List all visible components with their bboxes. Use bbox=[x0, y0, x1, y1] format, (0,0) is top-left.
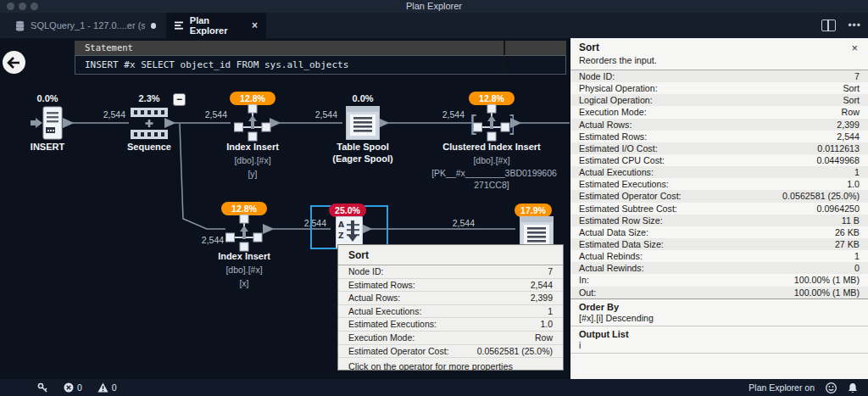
property-label: Estimated Operator Cost: bbox=[348, 345, 448, 358]
tab-sqlquery[interactable]: SQLQuery_1 - 127.0....er (sa) bbox=[7, 13, 164, 38]
node-object-name: [dbo].[#x] bbox=[202, 265, 287, 275]
property-label: Estimated Rows: bbox=[579, 131, 647, 142]
property-value: 100.00% (1 MB) bbox=[794, 287, 860, 298]
node-cost-badge: 17.9% bbox=[515, 204, 552, 217]
node-index-name-line1: [PK__#x________3BD0199606 bbox=[420, 168, 569, 178]
order-by-value: [#x].[i] Descending bbox=[570, 313, 868, 326]
node-index-name-line2: 271CC8] bbox=[420, 180, 564, 190]
property-row: Estimated Executions:1.0 bbox=[570, 178, 868, 190]
split-editor-icon[interactable] bbox=[821, 20, 836, 31]
edge-rowcount: 2,544 bbox=[427, 109, 465, 120]
property-value: 27 KB bbox=[835, 238, 860, 250]
clustered-index-insert-operator-icon[interactable]: [ ] bbox=[470, 104, 514, 142]
property-label: Estimated Executions: bbox=[348, 318, 437, 331]
tab-plan-explorer[interactable]: Plan Explorer × bbox=[166, 13, 266, 38]
property-row: Node ID:7 bbox=[570, 70, 868, 82]
status-bar: 0 0 Plan Explorer on bbox=[0, 379, 868, 396]
property-value: 1.0 bbox=[540, 318, 553, 331]
panel-title: Sort bbox=[570, 38, 868, 53]
property-value: 2,399 bbox=[837, 119, 860, 131]
property-row: Node ID:7 bbox=[338, 265, 563, 279]
notifications-bell-icon[interactable] bbox=[848, 382, 858, 393]
insert-operator-icon[interactable] bbox=[31, 106, 63, 140]
sequence-operator-icon[interactable] bbox=[131, 108, 168, 139]
property-value: 0.0112613 bbox=[817, 142, 860, 154]
operator-tooltip: Sort Node ID:7Estimated Rows:2,544Actual… bbox=[337, 244, 564, 371]
property-row: Estimated I/O Cost:0.0112613 bbox=[570, 142, 868, 154]
statement-grid-header: Statement bbox=[75, 41, 566, 55]
statement-row[interactable]: INSERT #x SELECT object_id FROM sys.all_… bbox=[75, 55, 566, 75]
property-value: 100.00% (1 MB) bbox=[794, 274, 860, 286]
key-icon[interactable] bbox=[37, 382, 48, 393]
edge-rowcount: 2,544 bbox=[190, 109, 227, 120]
property-label: Node ID: bbox=[348, 265, 383, 278]
index-insert-operator-icon[interactable] bbox=[225, 215, 263, 252]
property-row: Estimated Data Size:27 KB bbox=[570, 238, 868, 250]
plan-explorer-status[interactable]: Plan Explorer on bbox=[748, 382, 815, 393]
property-label: Out: bbox=[579, 287, 596, 298]
property-row: Estimated Row Size:11 B bbox=[570, 215, 868, 226]
panel-subtitle: Reorders the input. bbox=[570, 53, 868, 70]
collapse-branch-button[interactable]: − bbox=[173, 93, 186, 106]
warning-icon bbox=[97, 382, 108, 393]
edge-rowcount: 2,544 bbox=[437, 218, 475, 228]
node-label-insert: INSERT bbox=[5, 141, 90, 153]
node-label-clustered-index-insert: Clustered Index Insert bbox=[420, 141, 564, 153]
feedback-smiley-icon[interactable] bbox=[826, 382, 837, 393]
property-row: Execution Mode:Row bbox=[338, 332, 563, 345]
close-tab-icon[interactable]: × bbox=[252, 20, 258, 31]
node-object-name: [dbo].[#x] bbox=[420, 155, 564, 165]
close-panel-icon[interactable]: × bbox=[851, 42, 858, 54]
property-value: 26 KB bbox=[835, 226, 860, 238]
node-label-index-insert: Index Insert bbox=[202, 250, 287, 262]
property-label: Actual Rewinds: bbox=[579, 262, 644, 274]
node-cost-badge: 12.8% bbox=[221, 202, 267, 215]
property-value: 0.0964250 bbox=[816, 203, 860, 215]
property-row: Estimated Rows:2,544 bbox=[570, 131, 868, 142]
node-index-name: [y] bbox=[210, 169, 295, 179]
node-cost-percent: 2.3% bbox=[124, 93, 175, 103]
tab-bar: SQLQuery_1 - 127.0....er (sa) Plan Explo… bbox=[0, 13, 868, 38]
property-value: 7 bbox=[854, 70, 860, 82]
property-label: Logical Operation: bbox=[579, 94, 653, 106]
back-button[interactable] bbox=[3, 51, 25, 74]
property-value: Sort bbox=[843, 94, 860, 106]
property-label: Execution Mode: bbox=[579, 106, 647, 118]
property-value: 7 bbox=[548, 265, 553, 278]
tooltip-title: Sort bbox=[338, 245, 563, 265]
property-label: Estimated I/O Cost: bbox=[579, 142, 658, 154]
error-icon bbox=[64, 382, 74, 393]
property-row: In:100.00% (1 MB) bbox=[570, 274, 868, 286]
statement-sql-text: INSERT #x SELECT object_id FROM sys.all_… bbox=[75, 56, 504, 74]
warning-count-indicator[interactable]: 0 bbox=[97, 382, 117, 393]
property-label: Estimated Rows: bbox=[348, 279, 415, 292]
property-label: Actual Executions: bbox=[579, 166, 654, 178]
property-value: 0 bbox=[854, 262, 860, 274]
property-label: Estimated Executions: bbox=[579, 178, 669, 190]
tooltip-rows: Node ID:7Estimated Rows:2,544Actual Rows… bbox=[338, 265, 563, 358]
statement-column-header: Statement bbox=[75, 41, 505, 55]
property-label: Actual Data Size: bbox=[579, 226, 648, 238]
node-object-name: [dbo].[#x] bbox=[210, 155, 295, 165]
property-row: Estimated Rows:2,544 bbox=[338, 279, 563, 293]
node-label-index-insert: Index Insert bbox=[210, 141, 295, 153]
error-count-indicator[interactable]: 0 bbox=[64, 382, 82, 393]
property-row: Estimated Operator Cost:0.0562581 (25.0%… bbox=[570, 190, 868, 202]
table-spool-operator-icon[interactable] bbox=[346, 106, 380, 140]
error-count: 0 bbox=[77, 382, 82, 393]
plan-list-icon bbox=[175, 21, 184, 31]
property-value: 0.0562581 (25.0%) bbox=[782, 190, 860, 202]
property-row: Estimated CPU Cost:0.0449968 bbox=[570, 154, 868, 166]
statement-column2-header bbox=[505, 41, 566, 55]
properties-panel: Sort × Reorders the input. Node ID:7Phys… bbox=[570, 38, 868, 379]
panel-rows: Node ID:7Physical Operation:SortLogical … bbox=[570, 70, 868, 298]
property-row: Estimated Subtree Cost:0.0964250 bbox=[570, 203, 868, 215]
node-cost-badge: 12.8% bbox=[469, 92, 515, 105]
property-label: Estimated Subtree Cost: bbox=[579, 203, 677, 215]
index-insert-operator-icon[interactable] bbox=[234, 104, 271, 142]
property-label: Actual Rows: bbox=[348, 292, 400, 304]
tab-label: SQLQuery_1 - 127.0....er (sa) bbox=[31, 20, 144, 31]
more-actions-icon[interactable]: ••• bbox=[848, 20, 861, 31]
property-value: 1.0 bbox=[847, 178, 860, 190]
property-value: 0.0449968 bbox=[816, 154, 860, 166]
